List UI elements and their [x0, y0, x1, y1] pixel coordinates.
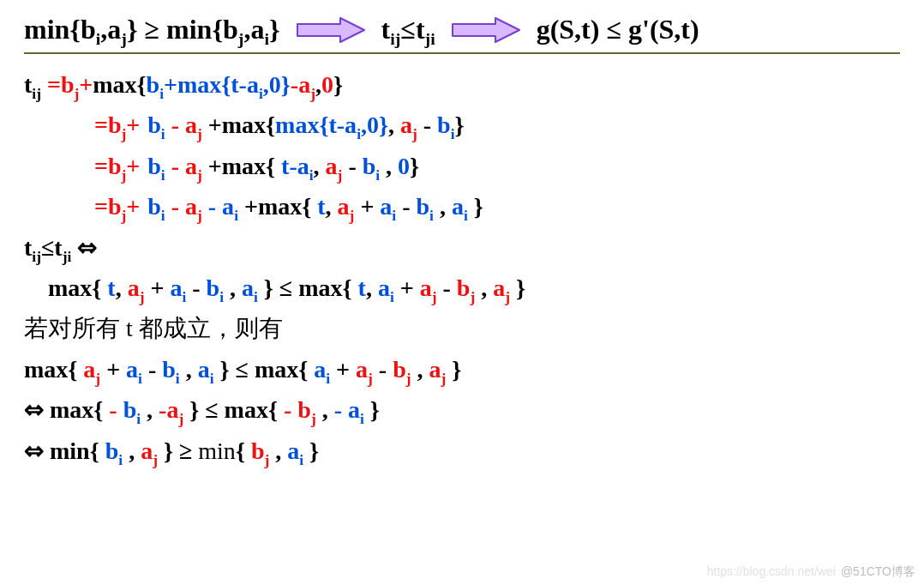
arrow-icon [294, 15, 368, 45]
math-line: ⇔ max{ - bi , -aj } ≤ max{ - bj , - ai } [24, 391, 900, 428]
svg-marker-1 [453, 18, 519, 42]
watermark: https://blog.csdn.net/wei@51CTO博客 [707, 564, 915, 580]
chinese-note: 若对所有 t 都成立，则有 [24, 310, 900, 347]
math-line: max{ t, aj + ai - bi , ai } ≤ max{ t, ai… [24, 269, 900, 306]
header-left: min{bi,aj} ≥ min{bj,ai} [24, 14, 280, 45]
header-mid: tij≤tji [381, 14, 435, 45]
math-line: =bj+ bi - aj +max{ t-ai, aj - bi , 0} [24, 148, 900, 184]
math-line: =bj+ bi - aj - ai +max{ t, aj + ai - bi … [24, 188, 900, 225]
divider [24, 52, 900, 54]
header-right: g(S,t) ≤ g'(S,t) [537, 14, 699, 45]
svg-marker-0 [297, 18, 364, 42]
math-line: max{ aj + ai - bi , ai } ≤ max{ ai + aj … [24, 351, 900, 388]
math-derivation-page: min{bi,aj} ≥ min{bj,ai} tij≤tji g(S,t) ≤… [0, 0, 924, 479]
math-line: tij≤tji ⇔ [24, 229, 900, 266]
watermark-faint: https://blog.csdn.net/wei [707, 564, 836, 578]
derivation-body: tij =bj+max{bi+max{t-ai,0}-aj,0} =bj+ bi… [24, 66, 900, 469]
watermark-main: @51CTO博客 [841, 564, 915, 578]
header-row: min{bi,aj} ≥ min{bj,ai} tij≤tji g(S,t) ≤… [24, 14, 900, 45]
math-line: tij =bj+max{bi+max{t-ai,0}-aj,0} [24, 66, 900, 103]
math-line: =bj+ bi - aj +max{max{t-ai,0}, aj - bi} [24, 106, 900, 143]
arrow-icon [449, 15, 523, 45]
math-line: ⇔ min{ bi , aj } ≥ min{ bj , ai } [24, 432, 900, 469]
